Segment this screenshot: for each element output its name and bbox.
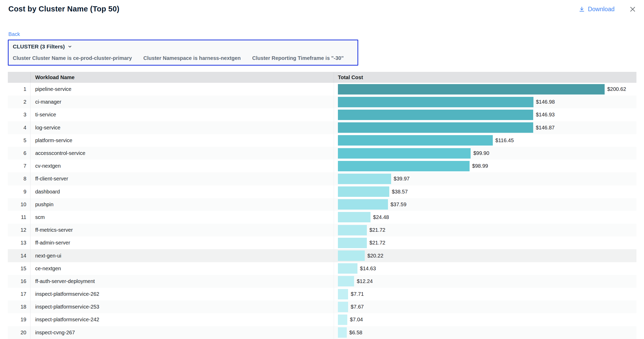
cost-breakdown-modal: Cost by Cluster Name (Top 50) Download B…	[0, 0, 644, 339]
cost-label: $200.62	[607, 86, 626, 92]
cost-cell: $98.99	[334, 160, 636, 172]
row-index: 10	[8, 198, 31, 211]
cost-cell: $24.48	[334, 211, 636, 224]
workload-name: inspect-cvng-267	[31, 326, 334, 339]
workload-name: log-service	[31, 121, 334, 134]
cost-bar	[338, 276, 354, 286]
cost-cell: $116.45	[334, 134, 636, 147]
row-index: 2	[8, 96, 31, 108]
cost-label: $99.90	[473, 150, 489, 156]
workload-name: ff-client-server	[31, 172, 334, 185]
filter-panel: CLUSTER (3 Filters) Cluster Cluster Name…	[8, 40, 358, 66]
row-index: 9	[8, 185, 31, 198]
cost-label: $21.72	[369, 227, 385, 233]
cost-cell: $14.63	[334, 262, 636, 275]
cost-bar	[338, 302, 348, 312]
row-index: 4	[8, 121, 31, 134]
table-body: 1 pipeline-service $200.62 2 ci-manager …	[8, 83, 636, 339]
cost-label: $146.93	[536, 112, 555, 118]
cost-bar	[338, 238, 367, 248]
filter-condition: Cluster Namespace is harness-nextgen	[143, 55, 241, 61]
cost-cell: $37.59	[334, 198, 636, 211]
table-row[interactable]: 10 pushpin $37.59	[8, 198, 636, 211]
cost-label: $38.57	[392, 189, 408, 195]
row-index: 8	[8, 172, 31, 185]
row-index: 3	[8, 108, 31, 121]
cost-cell: $7.04	[334, 313, 636, 326]
table-row[interactable]: 9 dashboard $38.57	[8, 185, 636, 198]
workload-name: ff-admin-server	[31, 236, 334, 249]
cost-label: $7.04	[350, 317, 363, 323]
table-row[interactable]: 19 inspect-platformservice-242 $7.04	[8, 313, 636, 326]
row-index: 20	[8, 326, 31, 339]
cost-bar	[338, 250, 365, 261]
table-row[interactable]: 8 ff-client-server $39.97	[8, 172, 636, 185]
cost-bar	[338, 84, 605, 95]
index-column-header	[8, 72, 31, 83]
row-index: 12	[8, 224, 31, 236]
workload-name: ce-nextgen	[31, 262, 334, 275]
workload-name: inspect-platformservice-253	[31, 300, 334, 313]
cost-label: $14.63	[360, 266, 376, 272]
cost-bar	[338, 199, 388, 210]
workload-name: pushpin	[31, 198, 334, 211]
filter-panel-title: CLUSTER (3 Filters)	[13, 43, 65, 50]
cost-label: $6.58	[349, 330, 362, 336]
row-index: 13	[8, 236, 31, 249]
table-row[interactable]: 1 pipeline-service $200.62	[8, 83, 636, 96]
table-row[interactable]: 16 ff-auth-server-deployment $12.24	[8, 275, 636, 288]
table-row[interactable]: 12 ff-metrics-server $21.72	[8, 224, 636, 236]
close-icon[interactable]	[629, 6, 636, 13]
table-row[interactable]: 13 ff-admin-server $21.72	[8, 236, 636, 249]
cost-cell: $38.57	[334, 185, 636, 198]
cost-bar	[338, 122, 533, 133]
cost-cell: $99.90	[334, 147, 636, 160]
cost-cell: $21.72	[334, 224, 636, 236]
workload-name: scm	[31, 211, 334, 224]
filter-condition: Cluster Cluster Name is ce-prod-cluster-…	[13, 55, 132, 61]
modal-actions: Download	[579, 6, 636, 13]
workload-name: inspect-platformservice-262	[31, 288, 334, 300]
cost-cell: $21.72	[334, 236, 636, 249]
total-cost-column-header: Total Cost	[334, 72, 636, 83]
cost-label: $12.24	[357, 278, 373, 284]
table-row[interactable]: 5 platform-service $116.45	[8, 134, 636, 147]
table-row[interactable]: 20 inspect-cvng-267 $6.58	[8, 326, 636, 339]
workload-name: pipeline-service	[31, 83, 334, 96]
download-button[interactable]: Download	[579, 6, 615, 13]
table-row[interactable]: 15 ce-nextgen $14.63	[8, 262, 636, 275]
row-index: 1	[8, 83, 31, 96]
table-row[interactable]: 3 ti-service $146.93	[8, 108, 636, 121]
cost-cell: $12.24	[334, 275, 636, 288]
row-index: 6	[8, 147, 31, 160]
table-row[interactable]: 2 ci-manager $146.98	[8, 96, 636, 108]
back-link[interactable]: Back	[8, 31, 20, 37]
cost-bar	[338, 148, 471, 159]
cost-bar	[338, 97, 533, 107]
cost-label: $146.87	[536, 125, 555, 131]
table-row[interactable]: 4 log-service $146.87	[8, 121, 636, 134]
table-row[interactable]: 17 inspect-platformservice-262 $7.71	[8, 288, 636, 300]
table-row[interactable]: 18 inspect-platformservice-253 $7.67	[8, 300, 636, 313]
filter-condition: Cluster Reporting Timeframe is "-30"	[252, 55, 344, 61]
cost-label: $146.98	[536, 99, 555, 105]
table-row[interactable]: 6 accesscontrol-service $99.90	[8, 147, 636, 160]
workload-name: cv-nextgen	[31, 160, 334, 172]
cost-cell: $7.71	[334, 288, 636, 300]
download-icon	[579, 6, 585, 12]
workload-name: ff-auth-server-deployment	[31, 275, 334, 288]
cost-label: $116.45	[495, 137, 514, 143]
workload-name: ff-metrics-server	[31, 224, 334, 236]
cost-bar	[338, 110, 533, 120]
table-row[interactable]: 11 scm $24.48	[8, 211, 636, 224]
workload-name-column-header: Workload Name	[31, 72, 334, 83]
cost-bar	[338, 135, 493, 146]
row-index: 19	[8, 313, 31, 326]
cost-label: $98.99	[472, 163, 488, 169]
table-row[interactable]: 14 next-gen-ui $20.22	[8, 249, 636, 262]
filter-conditions: Cluster Cluster Name is ce-prod-cluster-…	[13, 55, 353, 61]
table-header: Workload Name Total Cost	[8, 72, 636, 83]
table-row[interactable]: 7 cv-nextgen $98.99	[8, 160, 636, 172]
cost-bar	[338, 161, 470, 171]
filter-panel-toggle[interactable]: CLUSTER (3 Filters)	[13, 43, 353, 50]
